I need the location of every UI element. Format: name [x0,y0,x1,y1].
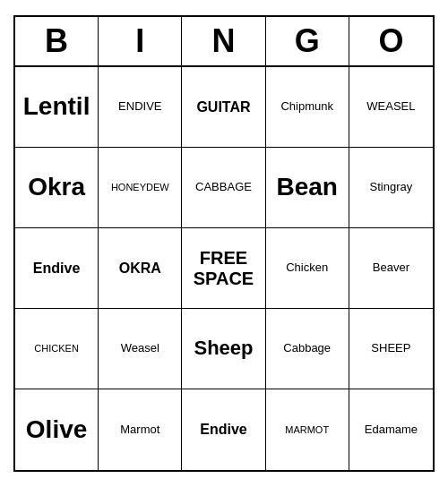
cell-text: Olive [26,416,87,444]
bingo-cell: Okra [15,148,99,228]
cell-text: Weasel [121,342,159,355]
cell-text: Cabbage [283,342,331,355]
cell-text: Stingray [370,181,413,193]
cell-text: Chicken [286,261,328,274]
bingo-header: BINGO [15,17,433,67]
bingo-card: BINGO LentilENDIVEGUITARChipmunkWEASELOk… [13,15,435,472]
cell-text: OKRA [119,261,161,277]
bingo-cell: ENDIVE [99,67,182,148]
bingo-cell: Weasel [99,309,182,389]
bingo-cell: CHICKEN [15,309,99,389]
bingo-cell: Chipmunk [266,67,349,148]
bingo-cell: Endive [15,228,99,309]
bingo-cell: MARMOT [266,389,349,470]
bingo-cell: Sheep [182,309,265,389]
header-letter: G [266,17,349,65]
bingo-cell: Chicken [266,228,349,309]
bingo-cell: Marmot [99,389,182,470]
cell-text: SHEEP [371,342,410,355]
bingo-cell: Edamame [349,389,433,470]
bingo-cell: SHEEP [349,309,433,389]
bingo-cell: Olive [15,389,99,470]
cell-text: Chipmunk [280,100,333,113]
bingo-cell: HONEYDEW [99,148,182,228]
header-letter: O [349,17,433,65]
cell-text: Marmot [120,423,159,436]
cell-text: Endive [200,422,246,438]
bingo-cell: Cabbage [266,309,349,389]
bingo-cell: Stingray [349,148,433,228]
header-letter: B [15,17,99,65]
cell-text: ENDIVE [118,100,161,113]
bingo-cell: WEASEL [349,67,433,148]
bingo-cell: GUITAR [182,67,265,148]
cell-text: HONEYDEW [111,182,169,192]
bingo-grid: LentilENDIVEGUITARChipmunkWEASELOkraHONE… [15,67,433,470]
cell-text: CABBAGE [195,181,252,193]
bingo-cell: Beaver [349,228,433,309]
bingo-cell: Bean [266,148,349,228]
cell-text: Endive [33,261,80,277]
cell-text: CHICKEN [34,343,79,354]
cell-text: Okra [28,174,85,201]
cell-text: Beaver [373,261,409,274]
cell-text: WEASEL [366,100,415,113]
cell-text: Sheep [194,337,253,359]
cell-text: MARMOT [285,424,329,435]
cell-text: GUITAR [196,99,250,115]
cell-text: FREESPACE [194,248,254,289]
header-letter: N [182,17,265,65]
bingo-cell: CABBAGE [182,148,265,228]
bingo-cell: OKRA [99,228,182,309]
cell-text: Bean [276,174,337,201]
bingo-cell: Endive [182,389,265,470]
cell-text: Edamame [365,423,418,436]
cell-text: Lentil [23,93,90,121]
header-letter: I [99,17,182,65]
bingo-cell: FREESPACE [182,228,265,309]
bingo-cell: Lentil [15,67,99,148]
